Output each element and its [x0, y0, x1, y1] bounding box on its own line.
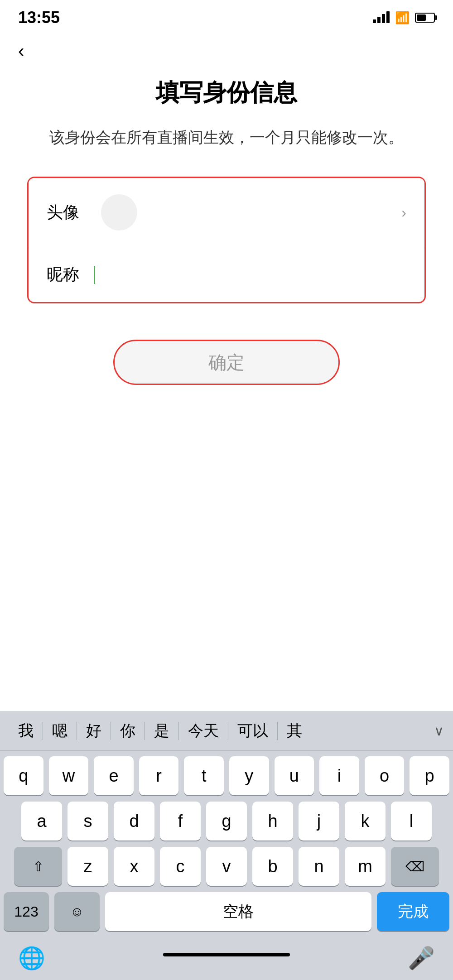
chevron-right-icon: ›	[401, 204, 406, 221]
suggestions-expand-icon[interactable]: ∨	[434, 723, 444, 739]
suggestion-item[interactable]: 我	[9, 721, 43, 741]
confirm-button-wrapper: 确定	[27, 340, 426, 385]
key-p[interactable]: p	[410, 756, 449, 795]
suggestions-row: 我 嗯 好 你 是 今天 可以 其 ∨	[0, 711, 453, 751]
avatar-area	[92, 194, 401, 231]
nickname-row[interactable]: 昵称	[29, 247, 424, 302]
key-g[interactable]: g	[206, 802, 247, 841]
keyboard-area: 我 嗯 好 你 是 今天 可以 其 ∨ q w e r t y u i o p	[0, 711, 453, 980]
key-j[interactable]: j	[299, 802, 339, 841]
mic-icon[interactable]: 🎤	[408, 946, 435, 971]
key-r[interactable]: r	[139, 756, 179, 795]
key-q[interactable]: q	[4, 756, 43, 795]
globe-icon[interactable]: 🌐	[18, 946, 45, 971]
key-c[interactable]: c	[160, 847, 201, 886]
key-e[interactable]: e	[94, 756, 134, 795]
page-subtitle: 该身份会在所有直播间生效，一个月只能修改一次。	[27, 125, 426, 149]
avatar-image	[101, 194, 137, 231]
key-v[interactable]: v	[206, 847, 247, 886]
emoji-key[interactable]: ☺	[54, 892, 100, 931]
suggestion-item[interactable]: 今天	[179, 721, 228, 741]
avatar-label: 头像	[47, 202, 92, 224]
key-y[interactable]: y	[229, 756, 269, 795]
key-t[interactable]: t	[184, 756, 224, 795]
nickname-label: 昵称	[47, 264, 92, 286]
back-button[interactable]: ‹	[14, 36, 29, 66]
shift-key[interactable]: ⇧	[14, 847, 62, 886]
key-d[interactable]: d	[114, 802, 154, 841]
page-title: 填写身份信息	[27, 77, 426, 109]
suggestion-item[interactable]: 你	[111, 721, 145, 741]
key-row-1: q w e r t y u i o p	[4, 756, 449, 795]
delete-key[interactable]: ⌫	[391, 847, 439, 886]
key-k[interactable]: k	[345, 802, 386, 841]
suggestion-item[interactable]: 好	[77, 721, 111, 741]
key-w[interactable]: w	[49, 756, 89, 795]
key-x[interactable]: x	[114, 847, 154, 886]
form-box: 头像 › 昵称	[27, 177, 426, 303]
confirm-button[interactable]: 确定	[113, 340, 340, 385]
suggestion-item[interactable]: 其	[278, 721, 311, 741]
key-row-4: 123 ☺ 空格 完成	[4, 892, 449, 931]
key-o[interactable]: o	[365, 756, 405, 795]
done-key[interactable]: 完成	[377, 892, 449, 931]
suggestion-item[interactable]: 可以	[228, 721, 277, 741]
suggestion-item[interactable]: 嗯	[43, 721, 77, 741]
key-row-2: a s d f g h j k l	[4, 802, 449, 841]
bottom-row: 🌐 🎤	[0, 941, 453, 980]
main-content: 填写身份信息 该身份会在所有直播间生效，一个月只能修改一次。 头像 › 昵称 确…	[0, 59, 453, 385]
status-icons: 📶	[373, 11, 435, 25]
home-indicator	[163, 953, 290, 956]
key-b[interactable]: b	[252, 847, 293, 886]
key-l[interactable]: l	[391, 802, 432, 841]
keys-area: q w e r t y u i o p a s d f g h j k l ⇧ …	[0, 751, 453, 941]
nickname-input[interactable]	[95, 265, 406, 284]
num-key[interactable]: 123	[4, 892, 49, 931]
wifi-icon: 📶	[395, 11, 410, 25]
key-i[interactable]: i	[319, 756, 359, 795]
suggestion-item[interactable]: 是	[145, 721, 178, 741]
status-time: 13:55	[18, 8, 60, 27]
key-f[interactable]: f	[160, 802, 201, 841]
key-u[interactable]: u	[275, 756, 314, 795]
space-key[interactable]: 空格	[105, 892, 371, 931]
signal-icon	[373, 12, 390, 23]
avatar-row[interactable]: 头像 ›	[29, 178, 424, 247]
key-row-3: ⇧ z x c v b n m ⌫	[4, 847, 449, 886]
key-m[interactable]: m	[345, 847, 386, 886]
status-bar: 13:55 📶	[0, 0, 453, 32]
key-n[interactable]: n	[299, 847, 339, 886]
key-h[interactable]: h	[252, 802, 293, 841]
key-a[interactable]: a	[21, 802, 62, 841]
key-z[interactable]: z	[67, 847, 108, 886]
key-s[interactable]: s	[67, 802, 108, 841]
battery-icon	[415, 13, 435, 23]
